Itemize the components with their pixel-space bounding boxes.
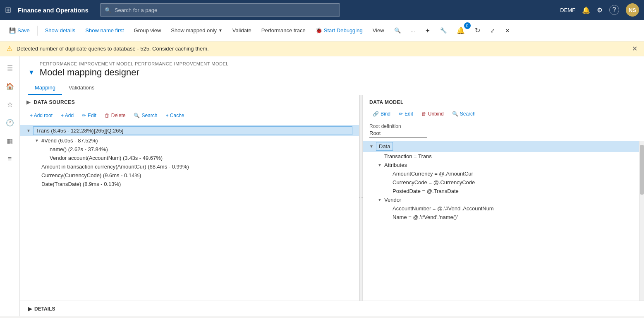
data-sources-header: ▶ DATA SOURCES <box>20 95 359 109</box>
global-search-bar[interactable]: 🔍 Search for a page <box>100 3 340 17</box>
edit-model-button[interactable]: ✏ Edit <box>395 109 417 118</box>
group-view-button[interactable]: Group view <box>130 25 165 36</box>
tree-item-amount[interactable]: Amount in transaction currency(AmountCur… <box>20 162 359 171</box>
dm-tree-item-account-number[interactable]: AccountNumber = @.'#Vend'.AccountNum <box>363 204 639 213</box>
tree-item-date[interactable]: Date(TransDate) (8.9ms - 0.13%) <box>20 180 359 188</box>
details-bar[interactable]: ▶ DETAILS <box>20 301 644 316</box>
currency-label: Currency(CurrencyCode) (9.6ms - 0.14%) <box>41 172 352 178</box>
details-expand-icon[interactable]: ▶ <box>28 306 32 312</box>
search-placeholder-text: Search for a page <box>115 7 157 13</box>
data-sources-expand-icon[interactable]: ▶ <box>26 99 31 105</box>
close-button[interactable]: ✕ <box>501 25 514 36</box>
right-panel-scrollbar-thumb[interactable] <box>640 145 644 195</box>
expand-attributes-icon[interactable]: ▼ <box>378 163 384 167</box>
search-toolbar-icon: 🔍 <box>394 27 401 34</box>
tree-item-trans[interactable]: ▼ Trans (8.45s - 122.28%)[265][Q:265] <box>20 125 359 136</box>
extensions-button[interactable]: 🔧 <box>436 25 451 36</box>
search-ds-button[interactable]: 🔍 Search <box>130 111 160 120</box>
cache-label: + Cache <box>165 113 184 118</box>
popout-icon: ⤢ <box>490 27 495 34</box>
start-debugging-button[interactable]: 🐞 Start Debugging <box>311 25 367 36</box>
delete-button[interactable]: 🗑 Delete <box>101 111 129 120</box>
dm-tree-item-posted-date[interactable]: PostedDate = @.TransDate <box>363 187 639 195</box>
notification-bell-icon[interactable]: 🔔 <box>582 6 590 14</box>
tab-bar: Mapping Validations <box>20 81 644 95</box>
edit-button[interactable]: ✏ Edit <box>79 111 100 120</box>
dm-tree-item-vendor-name[interactable]: Name = @.'#Vend'.'name()' <box>363 213 639 222</box>
data-sources-panel: ▶ DATA SOURCES + Add root + Add ✏ Edit <box>20 95 359 301</box>
sidebar-item-favorites[interactable]: ☆ <box>2 96 18 113</box>
expand-vend-icon[interactable]: ▼ <box>35 138 41 143</box>
search-toolbar-button[interactable]: 🔍 <box>390 25 405 36</box>
dm-tree-item-data[interactable]: ▼ Data <box>363 141 639 152</box>
user-avatar[interactable]: NS <box>626 3 639 17</box>
search-model-button[interactable]: 🔍 Search <box>449 109 479 118</box>
posted-date-label: PostedDate = @.TransDate <box>393 188 459 194</box>
tree-item-currency[interactable]: Currency(CurrencyCode) (9.6ms - 0.14%) <box>20 171 359 180</box>
validate-button[interactable]: Validate <box>228 25 256 36</box>
main-area: ☰ 🏠 ☆ 🕐 ▦ ≡ ▼ PERFORMANCE IMPROVEMENT MO… <box>0 56 644 316</box>
sidebar-item-home[interactable]: 🏠 <box>2 78 18 94</box>
pin-button[interactable]: ✦ <box>421 25 434 36</box>
panel-divider[interactable]: ⋮ <box>359 95 363 301</box>
more-options-button[interactable]: ... <box>407 25 419 36</box>
data-model-header: DATA MODEL <box>363 95 644 108</box>
performance-trace-label: Performance trace <box>261 27 306 34</box>
add-button[interactable]: + Add <box>57 111 77 120</box>
filter-icon[interactable]: ▼ <box>28 69 35 76</box>
attributes-label: Attributes <box>384 162 407 168</box>
split-panel: ▶ DATA SOURCES + Add root + Add ✏ Edit <box>20 95 644 301</box>
expand-vendor-icon[interactable]: ▼ <box>378 198 384 202</box>
bind-button[interactable]: 🔗 Bind <box>369 109 394 118</box>
sidebar-item-list[interactable]: ≡ <box>2 151 18 167</box>
dm-tree-item-vendor[interactable]: ▼ Vendor <box>363 195 639 204</box>
tab-mapping[interactable]: Mapping <box>28 81 62 95</box>
sidebar-item-workspace[interactable]: ▦ <box>2 132 18 149</box>
debug-icon: 🐞 <box>316 27 322 34</box>
tree-item-vend[interactable]: ▼ #Vend (6.05s - 87.52%) <box>20 136 359 145</box>
amount-label: Amount in transaction currency(AmountCur… <box>41 164 352 170</box>
show-details-label: Show details <box>45 27 76 34</box>
root-definition-area: Root definition Root <box>363 122 644 141</box>
dm-tree-item-transaction[interactable]: Transaction = Trans <box>363 152 639 161</box>
dm-tree-item-amount-currency[interactable]: AmountCurrency = @.AmountCur <box>363 169 639 178</box>
unbind-label: Unbind <box>428 111 444 117</box>
dm-tree-item-attributes[interactable]: ▼ Attributes <box>363 161 639 169</box>
notifications-button-wrap[interactable]: 🔔 0 <box>452 24 469 37</box>
show-name-first-button[interactable]: Show name first <box>81 25 128 36</box>
validate-label: Validate <box>232 27 251 34</box>
unbind-button[interactable]: 🗑 Unbind <box>418 109 447 118</box>
settings-gear-icon[interactable]: ⚙ <box>597 6 603 14</box>
data-model-toolbar: 🔗 Bind ✏ Edit 🗑 Unbind 🔍 Search <box>363 108 644 122</box>
data-item-label: Data <box>376 142 393 151</box>
content-area: ▼ PERFORMANCE IMPROVEMENT MODEL PERFORMA… <box>20 56 644 316</box>
extensions-icon: 🔧 <box>440 27 447 34</box>
warning-close-button[interactable]: ✕ <box>632 45 637 53</box>
show-mapped-only-dropdown[interactable]: Show mapped only ▼ <box>167 25 226 36</box>
dm-tree-item-currency-code[interactable]: CurrencyCode = @.CurrencyCode <box>363 178 639 187</box>
unbind-trash-icon: 🗑 <box>421 111 426 117</box>
view-button[interactable]: View <box>369 25 388 36</box>
show-details-button[interactable]: Show details <box>41 25 80 36</box>
performance-trace-button[interactable]: Performance trace <box>257 25 310 36</box>
sidebar-item-recent[interactable]: 🕐 <box>2 114 18 131</box>
top-navigation: ⊞ Finance and Operations 🔍 Search for a … <box>0 0 644 20</box>
tab-validations[interactable]: Validations <box>62 81 101 95</box>
add-root-button[interactable]: + Add root <box>26 111 56 120</box>
expand-trans-icon[interactable]: ▼ <box>26 128 33 133</box>
popout-button[interactable]: ⤢ <box>486 25 499 36</box>
refresh-button[interactable]: ↻ <box>471 24 484 37</box>
edit-model-label: Edit <box>405 111 413 117</box>
data-sources-tree: ▼ Trans (8.45s - 122.28%)[265][Q:265] ▼ … <box>20 123 359 301</box>
tree-item-name[interactable]: name() (2.62s - 37.84%) <box>20 145 359 154</box>
tree-item-vendor-account[interactable]: Vendor account(AccountNum) (3.43s - 49.6… <box>20 154 359 162</box>
sidebar-item-hamburger[interactable]: ☰ <box>2 60 18 76</box>
save-button[interactable]: 💾 Save <box>5 25 34 36</box>
app-grid-icon[interactable]: ⊞ <box>5 5 11 14</box>
pin-icon: ✦ <box>425 27 430 34</box>
cache-button[interactable]: + Cache <box>162 111 187 120</box>
help-icon[interactable]: ? <box>609 5 619 15</box>
right-panel-scrollbar[interactable] <box>639 141 644 301</box>
edit-label: Edit <box>88 113 96 118</box>
expand-data-icon[interactable]: ▼ <box>369 144 376 149</box>
